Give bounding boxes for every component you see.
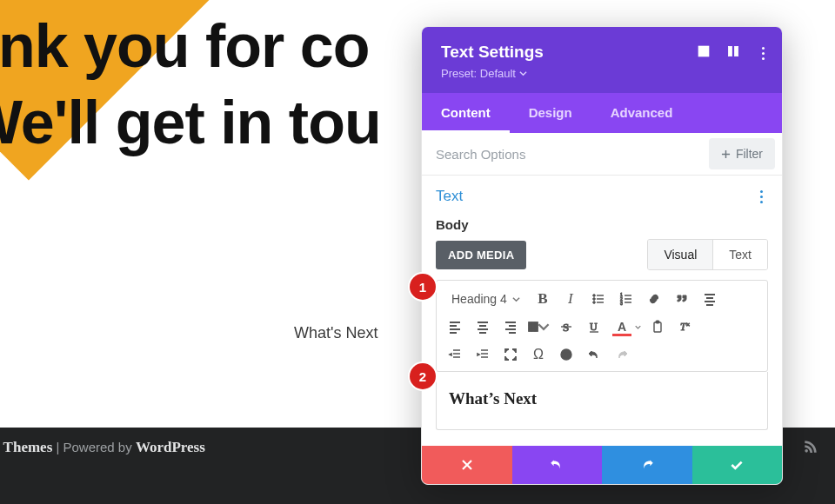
preset-label: Preset: Default: [441, 67, 516, 80]
plus-icon: [721, 149, 731, 159]
svg-text:×: ×: [686, 322, 690, 328]
svg-rect-2: [735, 46, 738, 56]
svg-rect-13: [656, 321, 659, 323]
toolbar-row-1: Heading 4 B I 123: [444, 288, 760, 310]
check-icon: [729, 457, 745, 473]
rss-icon[interactable]: [802, 438, 819, 460]
footer-wordpress-link[interactable]: WordPress: [136, 439, 205, 455]
panel-search-row: Filter: [422, 133, 782, 176]
filter-button-label: Filter: [736, 147, 763, 161]
svg-rect-12: [654, 322, 661, 332]
section-kebab-icon[interactable]: [754, 189, 768, 203]
footer-theme-name: t Themes: [0, 439, 52, 455]
expand-icon[interactable]: [697, 44, 711, 62]
panel-header[interactable]: Text Settings Preset: Default: [422, 27, 782, 93]
page-headline: ank you for co We'll get in tou: [0, 9, 381, 161]
bullet-list-button[interactable]: [587, 288, 610, 310]
footer-separator: |: [52, 440, 63, 454]
undo-button[interactable]: [583, 343, 605, 366]
caret-down-icon: [538, 320, 550, 334]
svg-point-5: [593, 302, 596, 304]
columns-icon[interactable]: [726, 44, 740, 62]
bold-button[interactable]: B: [531, 288, 554, 310]
section-title[interactable]: Text: [436, 188, 463, 205]
footer-powered-by: Powered by: [63, 440, 136, 454]
preset-dropdown[interactable]: Preset: Default: [441, 67, 527, 80]
confirm-button[interactable]: [692, 446, 783, 484]
underline-button[interactable]: U: [583, 315, 605, 338]
tab-design[interactable]: Design: [510, 93, 591, 133]
indent-button[interactable]: [471, 343, 494, 366]
redo-button[interactable]: [611, 343, 633, 366]
special-char-button[interactable]: Ω: [527, 343, 550, 366]
headline-line-1: ank you for co: [0, 12, 369, 80]
tab-advanced[interactable]: Advanced: [591, 93, 692, 133]
page-canvas: ank you for co We'll get in tou What's N…: [0, 0, 835, 504]
svg-point-3: [593, 295, 596, 297]
panel-kebab-icon[interactable]: [756, 46, 770, 60]
caret-down-icon: [519, 70, 527, 77]
body-field-label: Body: [436, 217, 768, 232]
clear-format-button[interactable]: T×: [674, 315, 697, 338]
search-options-input[interactable]: [422, 135, 709, 174]
panel-header-actions: [697, 44, 770, 62]
svg-point-17: [564, 353, 565, 355]
undo-icon: [549, 457, 564, 473]
svg-point-18: [567, 353, 569, 355]
editor-tab-text[interactable]: Text: [712, 240, 767, 269]
editor-tab-visual[interactable]: Visual: [648, 240, 712, 269]
text-color-button[interactable]: A: [611, 315, 633, 338]
ordered-list-button[interactable]: 123: [615, 288, 638, 310]
svg-rect-1: [728, 46, 731, 56]
table-button[interactable]: [527, 315, 550, 338]
align-left-button[interactable]: [444, 315, 466, 338]
svg-point-16: [561, 349, 571, 360]
editor-header-row: ADD MEDIA Visual Text: [436, 241, 768, 269]
align-center-button-2[interactable]: [471, 315, 494, 338]
panel-action-bar: [422, 446, 782, 484]
redo-action-button[interactable]: [602, 446, 692, 484]
caret-down-icon[interactable]: [635, 324, 641, 330]
redo-icon: [639, 457, 655, 473]
editor-content-area[interactable]: What’s Next: [436, 372, 768, 430]
callout-badge-1: 1: [410, 274, 436, 300]
format-select-label: Heading 4: [451, 292, 507, 306]
whats-next-label: What's Next: [294, 324, 377, 342]
panel-tabs: Content Design Advanced: [422, 93, 782, 133]
svg-rect-9: [529, 322, 538, 332]
fullscreen-button[interactable]: [499, 343, 522, 366]
svg-point-4: [593, 298, 596, 301]
format-select[interactable]: Heading 4: [444, 288, 526, 309]
panel-body: Text Body ADD MEDIA Visual Text Heading …: [422, 176, 782, 446]
cancel-button[interactable]: [422, 446, 512, 484]
toolbar-row-3: Ω: [444, 343, 760, 366]
editor-toolbar: Heading 4 B I 123 S: [436, 280, 768, 372]
close-icon: [460, 458, 474, 472]
section-title-row: Text: [436, 188, 768, 205]
svg-text:U: U: [590, 321, 598, 333]
blockquote-button[interactable]: [671, 288, 693, 310]
callout-badge-2: 2: [410, 363, 436, 389]
headline-line-2: We'll get in tou: [0, 89, 381, 156]
tab-content[interactable]: Content: [422, 93, 510, 133]
italic-button[interactable]: I: [559, 288, 582, 310]
strikethrough-button[interactable]: S: [555, 315, 578, 338]
toolbar-row-2: S U A T×: [444, 315, 760, 338]
editor-heading-text[interactable]: What’s Next: [449, 389, 755, 408]
undo-action-button[interactable]: [512, 446, 603, 484]
link-button[interactable]: [643, 288, 665, 310]
filter-button[interactable]: Filter: [709, 138, 775, 169]
emoji-button[interactable]: [555, 343, 578, 366]
svg-text:3: 3: [620, 301, 623, 306]
footer-text: t Themes | Powered by WordPress: [0, 439, 205, 456]
text-settings-panel: Text Settings Preset: Default Content De…: [421, 26, 783, 485]
align-right-button[interactable]: [499, 315, 522, 338]
paste-button[interactable]: [646, 315, 669, 338]
editor-mode-tabs: Visual Text: [647, 239, 768, 270]
caret-down-icon: [512, 295, 520, 303]
outdent-button[interactable]: [444, 343, 466, 366]
align-center-button[interactable]: [698, 288, 721, 310]
add-media-button[interactable]: ADD MEDIA: [436, 241, 526, 269]
